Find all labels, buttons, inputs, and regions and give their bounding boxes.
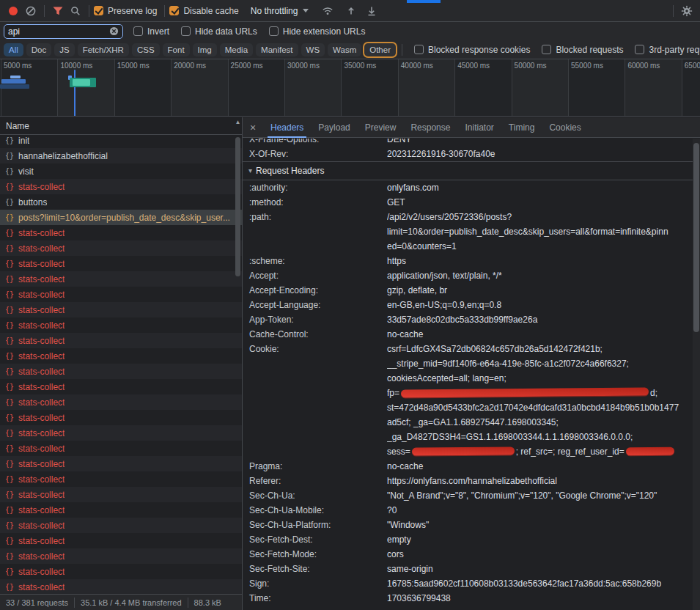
request-row[interactable]: {}stats-collect [0, 441, 242, 456]
network-conditions-button[interactable] [319, 2, 336, 20]
request-row[interactable]: {}stats-collect [0, 487, 242, 502]
request-row[interactable]: {}stats-collect [0, 425, 242, 441]
type-filter-js[interactable]: JS [54, 43, 74, 56]
requests-scrollbar[interactable]: ▲ [234, 118, 242, 593]
type-filter-img[interactable]: Img [193, 43, 217, 56]
request-row[interactable]: {}buttons [0, 194, 242, 210]
hide-extension-urls-checkbox[interactable]: Hide extension URLs [269, 26, 366, 37]
request-row[interactable]: {}posts?limit=10&order=publish_date_desc… [0, 210, 242, 225]
scroll-up-icon[interactable]: ▲ [234, 118, 242, 127]
request-row[interactable]: {}hannahelizabethofficial [0, 148, 242, 163]
request-row[interactable]: {}stats-collect [0, 548, 242, 564]
timeline-overview[interactable]: 5000 ms10000 ms15000 ms20000 ms25000 ms3… [0, 59, 700, 117]
request-row[interactable]: {}stats-collect [0, 317, 242, 333]
header-name: App-Token: [243, 312, 387, 327]
name-column-header[interactable]: Name [0, 117, 242, 135]
type-filter-wasm[interactable]: Wasm [328, 43, 361, 56]
type-filter-doc[interactable]: Doc [26, 43, 51, 56]
type-filter-media[interactable]: Media [220, 43, 253, 56]
tab-preview[interactable]: Preview [358, 117, 404, 138]
3rd-party-requests-checkbox[interactable]: 3rd-party requests [635, 45, 700, 55]
header-name: Sec-Ch-Ua: [243, 488, 387, 503]
header-value: https://onlyfans.com/hannahelizabethoffi… [387, 474, 693, 488]
scrollbar-thumb[interactable] [235, 137, 240, 276]
hide-data-urls-checkbox[interactable]: Hide data URLs [181, 26, 257, 37]
request-row[interactable]: {}visit [0, 163, 242, 179]
request-row[interactable]: {}stats-collect [0, 302, 242, 317]
filter-toggle-button[interactable] [49, 2, 67, 20]
request-row[interactable]: {}stats-collect [0, 240, 242, 256]
request-row[interactable]: {}stats-collect [0, 564, 242, 579]
request-list: {}init{}hannahelizabethofficial{}visit{}… [0, 136, 242, 594]
request-row[interactable]: {}stats-collect [0, 256, 242, 271]
record-button[interactable] [4, 2, 22, 20]
request-row[interactable]: {}stats-collect [0, 518, 242, 533]
request-row[interactable]: {}stats-collect [0, 333, 242, 348]
request-headers-section-header[interactable]: ▾Request Headers [243, 161, 693, 180]
type-filter-other[interactable]: Other [364, 43, 396, 56]
type-filter-css[interactable]: CSS [132, 43, 160, 56]
request-row[interactable]: {}init [0, 136, 242, 148]
request-row[interactable]: {}stats-collect [0, 364, 242, 379]
request-row[interactable]: {}stats-collect [0, 579, 242, 594]
search-button[interactable] [67, 2, 84, 20]
request-type-icon: {} [5, 136, 14, 144]
scrollbar-thumb[interactable] [693, 143, 699, 332]
blocked-response-cookies-checkbox[interactable]: Blocked response cookies [414, 45, 530, 55]
header-name: Sec-Fetch-Site: [243, 562, 387, 576]
tab-timing[interactable]: Timing [501, 117, 542, 138]
overview-activity-bar [0, 84, 29, 89]
request-row[interactable]: {}stats-collect [0, 456, 242, 471]
tab-cookies[interactable]: Cookies [542, 117, 588, 138]
type-filter-font[interactable]: Font [163, 43, 190, 56]
timeline-gridline [57, 59, 58, 116]
type-filter-manifest[interactable]: Manifest [256, 43, 298, 56]
request-type-icon: {} [5, 260, 14, 268]
clear-button[interactable] [22, 2, 40, 20]
request-row[interactable]: {}stats-collect [0, 394, 242, 410]
timeline-label: 20000 ms [174, 62, 206, 70]
request-row[interactable]: {}stats-collect [0, 287, 242, 302]
close-details-icon[interactable]: × [243, 122, 263, 133]
settings-button[interactable] [678, 2, 696, 20]
import-har-button[interactable] [342, 2, 360, 20]
header-value: /api2/v2/users/20572336/posts?limit=10&o… [387, 210, 693, 254]
tab-payload[interactable]: Payload [311, 117, 357, 138]
header-name: Pragma: [243, 459, 387, 474]
header-row: :authority:onlyfans.com [243, 180, 693, 195]
export-har-button[interactable] [363, 2, 380, 20]
type-filter-all[interactable]: All [4, 43, 23, 56]
request-row[interactable]: {}stats-collect [0, 471, 242, 487]
disable-cache-checkbox[interactable]: Disable cache [169, 6, 238, 16]
request-row[interactable]: {}stats-collect [0, 271, 242, 287]
type-filter-fetch-xhr[interactable]: Fetch/XHR [78, 43, 129, 56]
header-row: Referer:https://onlyfans.com/hannaheliza… [243, 474, 693, 488]
timeline-label: 35000 ms [344, 62, 376, 70]
header-value-line: no-cache [387, 459, 693, 474]
request-row[interactable]: {}stats-collect [0, 179, 242, 194]
blocked-requests-checkbox[interactable]: Blocked requests [542, 45, 623, 55]
request-row[interactable]: {}stats-collect [0, 410, 242, 425]
tab-response[interactable]: Response [403, 117, 457, 138]
header-row: Sec-Ch-Ua-Mobile:?0 [243, 503, 693, 518]
preserve-log-checkbox[interactable]: Preserve log [94, 6, 157, 16]
throttling-select[interactable]: No throttling [245, 6, 315, 16]
tab-headers[interactable]: Headers [263, 117, 311, 138]
request-row[interactable]: {}stats-collect [0, 379, 242, 394]
request-name: posts?limit=10&order=publish_date_desc&s… [18, 213, 230, 223]
network-main-area: Name {}init{}hannahelizabethofficial{}vi… [0, 117, 700, 610]
details-scrollbar[interactable] [693, 139, 700, 610]
request-row[interactable]: {}stats-collect [0, 533, 242, 548]
clear-filter-icon[interactable] [109, 26, 119, 36]
request-row[interactable]: {}stats-collect [0, 225, 242, 240]
type-filter-ws[interactable]: WS [301, 43, 325, 56]
invert-checkbox[interactable]: Invert [133, 26, 169, 37]
timeline-label: 5000 ms [4, 62, 32, 70]
request-row[interactable]: {}stats-collect [0, 502, 242, 518]
header-row: :path:/api2/v2/users/20572336/posts?limi… [243, 210, 693, 254]
header-row: Pragma:no-cache [243, 459, 693, 474]
tab-initiator[interactable]: Initiator [457, 117, 501, 138]
download-icon [366, 5, 377, 17]
filter-input[interactable]: api [4, 24, 123, 39]
request-row[interactable]: {}stats-collect [0, 348, 242, 364]
